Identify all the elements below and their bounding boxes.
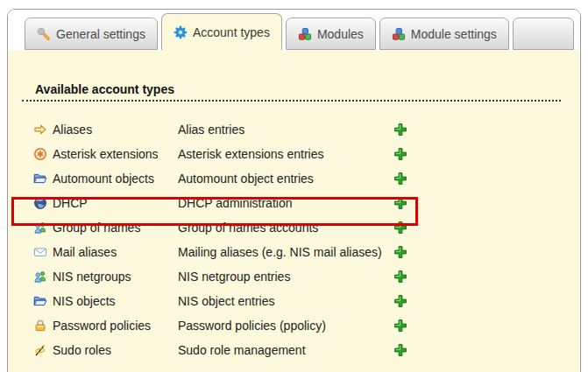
add-dhcp-button[interactable] xyxy=(393,196,407,210)
account-type-row-nis-netgroups: NIS netgroups NIS netgroup entries xyxy=(33,264,580,289)
account-type-description: Mailing aliases (e.g. NIS mail aliases) xyxy=(178,245,393,259)
account-type-label: Asterisk extensions xyxy=(53,147,178,161)
asterisk-icon xyxy=(33,147,47,161)
account-type-row-aliases: Aliases Alias entries xyxy=(33,117,580,142)
plus-icon xyxy=(393,123,407,137)
tab-label: Modules xyxy=(317,27,364,41)
mail-envelope-icon xyxy=(33,245,47,259)
tab-label: General settings xyxy=(56,27,145,41)
tab-bar-filler xyxy=(513,18,574,50)
account-type-description: Asterisk extensions entries xyxy=(178,147,393,161)
users-icon xyxy=(33,221,47,235)
plus-icon xyxy=(393,172,407,186)
plus-icon xyxy=(393,245,407,259)
account-type-row-password-policies: Password policies Password policies (ppo… xyxy=(33,313,580,338)
account-type-row-dhcp: DHCP DHCP administration xyxy=(33,191,580,215)
folder-open-icon xyxy=(33,294,47,308)
account-type-label: Group of names xyxy=(53,221,178,235)
account-type-description: NIS netgroup entries xyxy=(178,270,393,284)
modules-cubes-icon xyxy=(298,27,312,41)
account-type-description: Sudo role management xyxy=(178,343,393,357)
wand-icon xyxy=(33,343,47,357)
panel-heading: Available account types xyxy=(22,82,561,102)
tab-label: Account types xyxy=(193,25,270,39)
account-type-label: NIS objects xyxy=(53,294,178,308)
account-type-description: Alias entries xyxy=(178,123,393,137)
add-nis-netgroups-button[interactable] xyxy=(393,270,407,284)
account-type-row-group-of-names: Group of names Group of names accounts xyxy=(33,215,580,240)
account-type-label: Aliases xyxy=(53,123,178,137)
account-type-row-asterisk-extensions: Asterisk extensions Asterisk extensions … xyxy=(33,142,580,166)
settings-window: General settings Account types xyxy=(7,9,581,372)
add-aliases-button[interactable] xyxy=(393,123,407,137)
folder-open-icon xyxy=(33,172,47,186)
tab-general-settings[interactable]: General settings xyxy=(25,18,158,50)
account-type-list: Aliases Alias entries xyxy=(33,117,580,362)
arrow-right-icon xyxy=(33,123,47,137)
add-automount-objects-button[interactable] xyxy=(393,172,407,186)
tab-label: Module settings xyxy=(411,27,497,41)
account-type-label: DHCP xyxy=(53,196,178,210)
users-icon xyxy=(33,270,47,284)
account-type-label: NIS netgroups xyxy=(53,270,178,284)
account-type-description: Password policies (ppolicy) xyxy=(178,319,393,333)
account-type-label: Sudo roles xyxy=(53,343,178,357)
add-asterisk-extensions-button[interactable] xyxy=(393,147,407,161)
account-type-label: Mail aliases xyxy=(53,245,178,259)
account-type-row-mail-aliases: Mail aliases Mailing aliases (e.g. NIS m… xyxy=(33,240,580,264)
account-type-description: DHCP administration xyxy=(178,196,393,210)
tab-account-types[interactable]: Account types xyxy=(161,13,282,50)
plus-icon xyxy=(393,319,407,333)
add-group-of-names-button[interactable] xyxy=(393,221,407,235)
tab-modules[interactable]: Modules xyxy=(286,18,376,50)
plus-icon xyxy=(393,343,407,357)
modules-cubes-icon xyxy=(392,27,406,41)
tab-bar: General settings Account types xyxy=(8,10,580,50)
account-types-panel: Available account types Aliases Alias en… xyxy=(8,82,580,372)
lock-icon xyxy=(33,319,47,333)
tab-module-settings[interactable]: Module settings xyxy=(379,18,509,50)
plus-icon xyxy=(393,196,407,210)
account-type-row-automount-objects: Automount objects Automount object entri… xyxy=(33,166,580,191)
account-type-label: Password policies xyxy=(53,319,178,333)
gear-icon xyxy=(174,25,188,39)
account-type-description: NIS object entries xyxy=(178,294,393,308)
plus-icon xyxy=(393,294,407,308)
plus-icon xyxy=(393,270,407,284)
add-nis-objects-button[interactable] xyxy=(393,294,407,308)
wrench-icon xyxy=(37,27,51,41)
account-type-description: Group of names accounts xyxy=(178,221,393,235)
account-type-description: Automount object entries xyxy=(178,172,393,186)
globe-icon xyxy=(33,196,47,210)
add-mail-aliases-button[interactable] xyxy=(393,245,407,259)
add-password-policies-button[interactable] xyxy=(393,319,407,333)
plus-icon xyxy=(393,221,407,235)
account-type-row-sudo-roles: Sudo roles Sudo role management xyxy=(33,338,580,362)
account-type-label: Automount objects xyxy=(53,172,178,186)
plus-icon xyxy=(393,147,407,161)
account-type-row-nis-objects: NIS objects NIS object entries xyxy=(33,289,580,313)
add-sudo-roles-button[interactable] xyxy=(393,343,407,357)
